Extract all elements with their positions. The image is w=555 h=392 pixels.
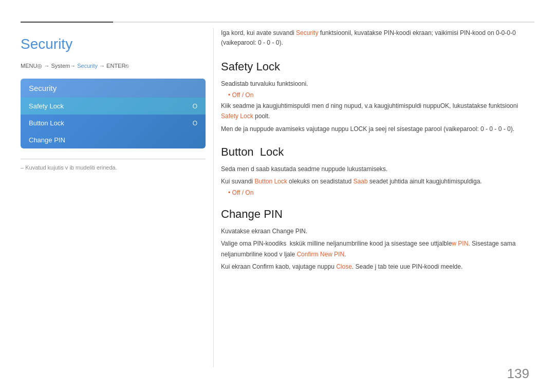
section-title-button-lock: Button Lock xyxy=(221,145,534,159)
safety-lock-ref: Safety Lock xyxy=(221,113,253,120)
section-title-change-pin: Change PIN xyxy=(221,208,534,221)
section-button-lock: Button Lock Seda men d saab kasutada sea… xyxy=(221,145,534,196)
button-lock-desc-1: Seda men d saab kasutada seadme nuppude … xyxy=(221,164,534,174)
section-safety-lock: Safety Lock Seadistab turvaluku funktsio… xyxy=(221,60,534,134)
sidebar-box: Security Safety Lock O Button Lock O Cha… xyxy=(21,79,206,148)
page-number: 139 xyxy=(507,366,529,382)
button-lock-saab: Saab xyxy=(354,178,368,185)
intro-security-highlight: Security xyxy=(296,29,318,36)
button-lock-desc-2: Kui suvandi Button Lock olekuks on seadi… xyxy=(221,176,534,186)
left-panel: Security MENU◎ → System→ Security → ENTE… xyxy=(21,28,206,171)
right-panel: Iga kord, kui avate suvandi Security fun… xyxy=(221,28,534,283)
new-pin-ref: w PIN xyxy=(452,240,468,247)
divider-line xyxy=(213,28,214,367)
close-ref: Close xyxy=(336,263,352,270)
section-change-pin: Change PIN Kuvatakse ekraan Change PIN. … xyxy=(221,208,534,272)
safety-lock-bullet: Off / On xyxy=(228,91,534,99)
sidebar-item-indicator: O xyxy=(193,103,197,110)
intro-text: Iga kord, kui avate suvandi Security fun… xyxy=(221,28,534,48)
safety-lock-desc-3: Men de ja nuppude avamiseks vajutage nup… xyxy=(221,124,534,134)
menu-path: MENU◎ → System→ Security → ENTER⎋ xyxy=(21,63,206,69)
sidebar-item-change-pin[interactable]: Change PIN xyxy=(21,132,206,148)
button-lock-bullet: Off / On xyxy=(228,189,534,196)
page-title: Security xyxy=(21,36,206,52)
sidebar-item-label: Change PIN xyxy=(29,136,65,144)
confirm-pin-ref: Confirm New PIN xyxy=(297,251,344,258)
sidebar-item-indicator: O xyxy=(193,120,197,127)
sidebar-item-label: Button Lock xyxy=(29,119,64,127)
sidebar-item-button-lock[interactable]: Button Lock O xyxy=(21,115,206,132)
menu-path-highlight: Security xyxy=(77,63,98,69)
top-border xyxy=(21,22,534,23)
change-pin-desc-2: Valige oma PIN-koodiks kskük milline nel… xyxy=(221,238,534,259)
sidebar-header: Security xyxy=(21,79,206,98)
change-pin-desc-1: Kuvatakse ekraan Change PIN. xyxy=(221,226,534,236)
sidebar-item-label: Safety Lock xyxy=(29,102,64,110)
safety-lock-desc-1: Seadistab turvaluku funktsiooni. xyxy=(221,79,534,89)
safety-lock-desc-2: Kiik seadme ja kaugjuhtimispuldi men d n… xyxy=(221,101,534,122)
change-pin-desc-3: Kui ekraan Confirm kaob, vajutage nuppu … xyxy=(221,262,534,272)
footnote: – Kuvatud kujutis v ib mudeliti erineda. xyxy=(21,159,206,171)
section-title-safety-lock: Safety Lock xyxy=(221,60,534,73)
sidebar-item-safety-lock[interactable]: Safety Lock O xyxy=(21,98,206,115)
button-lock-ref: Button Lock xyxy=(254,178,287,185)
